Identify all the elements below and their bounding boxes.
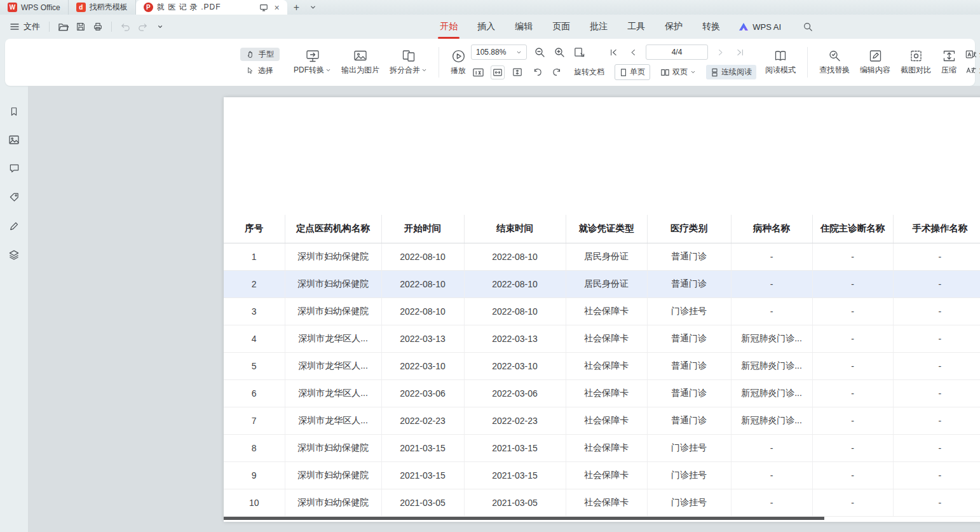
print-button[interactable] bbox=[89, 19, 106, 34]
table-cell: - bbox=[893, 434, 980, 461]
open-file-button[interactable] bbox=[55, 19, 72, 34]
ribbon-tab-tools[interactable]: 工具 bbox=[627, 15, 646, 39]
close-tab-icon[interactable]: × bbox=[272, 3, 282, 13]
table-cell: - bbox=[893, 270, 980, 297]
ribbon-tab-comment[interactable]: 批注 bbox=[589, 15, 608, 39]
single-page-button[interactable]: 单页 bbox=[615, 64, 650, 80]
table-cell: 深圳市妇幼保健院 bbox=[285, 297, 381, 325]
signature-icon[interactable] bbox=[6, 218, 22, 233]
zoom-level-select[interactable]: 105.88% bbox=[471, 44, 527, 60]
hand-tool-button[interactable]: 手型 bbox=[240, 48, 280, 61]
monitor-icon[interactable] bbox=[259, 3, 268, 12]
fit-page-button[interactable] bbox=[510, 65, 524, 79]
search-button[interactable] bbox=[799, 19, 816, 34]
ribbon-tab-page[interactable]: 页面 bbox=[552, 15, 571, 39]
table-cell: 7 bbox=[224, 407, 285, 434]
pdf-convert-button[interactable]: PDF转换 bbox=[289, 49, 336, 76]
page-indicator-input[interactable]: 4/4 bbox=[646, 44, 708, 60]
layers-icon[interactable] bbox=[6, 247, 22, 262]
play-label: 播放 bbox=[451, 65, 466, 76]
undo-icon bbox=[120, 22, 131, 32]
ribbon-tab-home[interactable]: 开始 bbox=[439, 15, 458, 39]
select-tool-button[interactable]: 选择 bbox=[240, 64, 280, 78]
tab-list-chevron-icon[interactable] bbox=[306, 0, 320, 15]
table-cell: - bbox=[731, 434, 812, 461]
table-header-row: 序号定点医药机构名称开始时间结束时间就诊凭证类型医疗类别病种名称住院主诊断名称手… bbox=[224, 215, 980, 243]
snapshot-button[interactable] bbox=[572, 45, 586, 59]
table-cell: 深圳市龙华区人... bbox=[285, 352, 381, 379]
comment-icon[interactable] bbox=[6, 161, 22, 176]
split-merge-button[interactable]: 拆分合并 bbox=[385, 49, 432, 76]
hamburger-icon bbox=[10, 23, 19, 31]
ribbon-tab-edit[interactable]: 编辑 bbox=[514, 15, 533, 39]
file-menu-label: 文件 bbox=[24, 21, 40, 32]
tag-icon[interactable] bbox=[6, 189, 22, 205]
single-page-icon bbox=[620, 68, 627, 77]
table-cell: 社会保障卡 bbox=[566, 297, 647, 325]
table-cell: 普通门诊 bbox=[647, 325, 731, 352]
previous-page-button[interactable] bbox=[626, 45, 640, 59]
first-page-button[interactable] bbox=[606, 45, 620, 59]
table-row: 7深圳市龙华区人...2022-02-232022-02-23社会保障卡普通门诊… bbox=[224, 407, 980, 434]
next-page-button[interactable] bbox=[714, 45, 728, 59]
table-cell: - bbox=[893, 489, 980, 516]
ribbon-tab-insert[interactable]: 插入 bbox=[477, 15, 496, 39]
zoom-out-button[interactable] bbox=[533, 45, 547, 59]
table-cell: 深圳市妇幼保健院 bbox=[285, 489, 381, 516]
edit-content-button[interactable]: 编辑内容 bbox=[855, 49, 895, 76]
tab-docer-templates[interactable]: d 找稻壳模板 bbox=[69, 0, 136, 15]
table-cell: 2022-03-10 bbox=[464, 352, 566, 379]
last-page-button[interactable] bbox=[733, 45, 747, 59]
rotate-right-button[interactable] bbox=[550, 65, 564, 79]
folder-open-icon bbox=[58, 22, 69, 32]
zoom-in-icon bbox=[554, 46, 565, 58]
double-page-button[interactable]: 双页 bbox=[656, 65, 700, 79]
table-cell: 2022-03-06 bbox=[464, 379, 566, 407]
table-cell: 深圳市妇幼保健院 bbox=[285, 434, 381, 461]
export-image-button[interactable]: 输出为图片 bbox=[336, 49, 385, 76]
thumbnail-icon[interactable] bbox=[6, 132, 22, 147]
compress-icon bbox=[942, 49, 956, 63]
new-tab-button[interactable]: + bbox=[287, 0, 306, 15]
ribbon-tab-protect[interactable]: 保护 bbox=[664, 15, 683, 39]
tab-document-pdf[interactable]: P 就 医 记 录 .PDF × bbox=[136, 0, 287, 15]
undo-button[interactable] bbox=[117, 19, 134, 34]
table-cell: - bbox=[893, 407, 980, 434]
screenshot-compare-button[interactable]: 截图对比 bbox=[895, 49, 936, 76]
file-menu-button[interactable]: 文件 bbox=[6, 18, 44, 35]
actual-size-button[interactable] bbox=[471, 65, 485, 79]
tab-wps-office[interactable]: W WPS Office bbox=[0, 0, 69, 15]
zoom-in-button[interactable] bbox=[552, 45, 566, 59]
table-cell: - bbox=[812, 352, 893, 379]
document-canvas[interactable]: 序号定点医药机构名称开始时间结束时间就诊凭证类型医疗类别病种名称住院主诊断名称手… bbox=[28, 86, 980, 532]
table-cell: 社会保障卡 bbox=[566, 461, 647, 489]
continuous-read-button[interactable]: 连续阅读 bbox=[706, 65, 756, 79]
table-cell: 2 bbox=[224, 270, 285, 297]
zoom-page-row: 105.88% bbox=[471, 44, 756, 60]
rotate-document-button[interactable]: 旋转文档 bbox=[569, 65, 609, 79]
compress-button[interactable]: 压缩 bbox=[936, 49, 962, 76]
ribbon-tab-convert[interactable]: 转换 bbox=[702, 15, 721, 39]
search-icon bbox=[803, 22, 813, 32]
play-button[interactable]: 播放 bbox=[446, 49, 471, 76]
word-translate-button[interactable]: 划词翻译 bbox=[965, 65, 980, 76]
history-chevron-icon[interactable] bbox=[151, 19, 168, 34]
save-button[interactable] bbox=[72, 19, 89, 34]
find-replace-button[interactable]: 查找替换 bbox=[814, 49, 855, 76]
read-mode-button[interactable]: 阅读模式 bbox=[760, 49, 801, 76]
rotate-left-button[interactable] bbox=[530, 65, 544, 79]
table-cell: 6 bbox=[224, 379, 285, 407]
redo-button[interactable] bbox=[134, 19, 151, 34]
horizontal-scrollbar[interactable] bbox=[224, 517, 824, 520]
table-cell: 2022-02-23 bbox=[381, 407, 464, 434]
table-cell: - bbox=[731, 243, 812, 270]
full-translate-button[interactable]: 全文翻译 bbox=[965, 49, 980, 60]
bookmark-icon[interactable] bbox=[6, 104, 22, 119]
table-cell: - bbox=[812, 489, 893, 516]
fit-page-icon bbox=[512, 67, 522, 77]
table-cell: 深圳市龙华区人... bbox=[285, 379, 381, 407]
table-cell: 社会保障卡 bbox=[566, 379, 647, 407]
table-cell: 社会保障卡 bbox=[566, 489, 647, 516]
fit-width-button[interactable] bbox=[491, 65, 505, 79]
wps-ai-button[interactable]: WPS AI bbox=[738, 22, 781, 32]
